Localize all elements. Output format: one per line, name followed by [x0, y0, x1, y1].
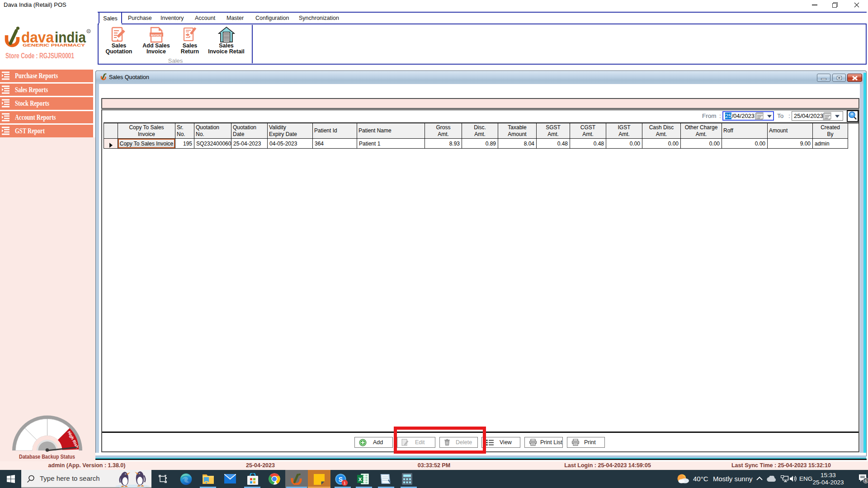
- svg-text:Store Code : RGJSUR0001: Store Code : RGJSUR0001: [5, 52, 74, 60]
- svg-text:6: 6: [864, 479, 867, 483]
- svg-text:X: X: [359, 477, 362, 482]
- svg-text:GENERIC PHARMACY: GENERIC PHARMACY: [23, 42, 85, 47]
- svg-text:Database Backup Status: Database Backup Status: [19, 453, 75, 460]
- svg-text:R: R: [88, 30, 90, 33]
- svg-text:INVOICE: INVOICE: [151, 34, 162, 37]
- svg-text:1: 1: [344, 480, 346, 485]
